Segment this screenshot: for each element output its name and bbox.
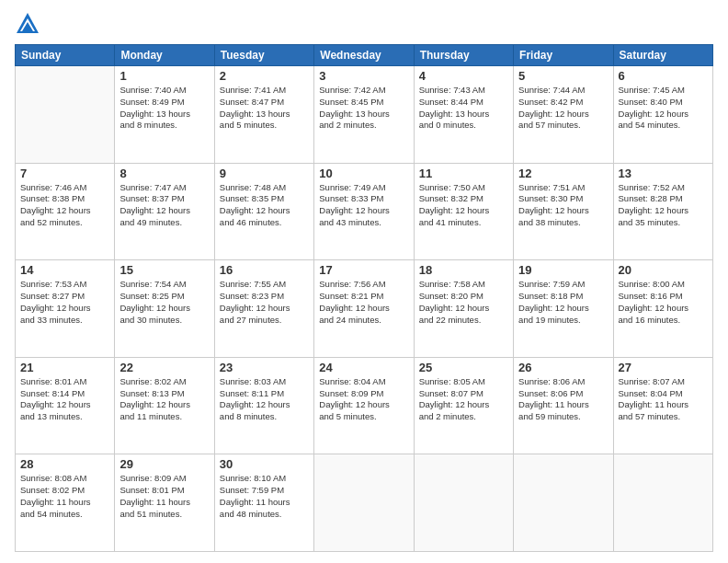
- day-info: Sunrise: 7:58 AM Sunset: 8:20 PM Dayligh…: [419, 279, 508, 326]
- day-info: Sunrise: 8:08 AM Sunset: 8:02 PM Dayligh…: [20, 473, 109, 520]
- calendar-cell: 5Sunrise: 7:44 AM Sunset: 8:42 PM Daylig…: [514, 66, 613, 164]
- day-number: 30: [220, 457, 309, 471]
- calendar-cell: 17Sunrise: 7:56 AM Sunset: 8:21 PM Dayli…: [314, 260, 414, 358]
- day-number: 10: [319, 167, 408, 180]
- calendar-cell: [613, 454, 712, 552]
- day-info: Sunrise: 8:09 AM Sunset: 8:01 PM Dayligh…: [119, 473, 209, 520]
- calendar-cell: 30Sunrise: 8:10 AM Sunset: 7:59 PM Dayli…: [214, 454, 313, 552]
- calendar-cell: 4Sunrise: 7:43 AM Sunset: 8:44 PM Daylig…: [414, 66, 513, 164]
- calendar-cell: [514, 454, 613, 552]
- day-info: Sunrise: 8:05 AM Sunset: 8:07 PM Dayligh…: [419, 376, 508, 423]
- calendar-cell: 21Sunrise: 8:01 AM Sunset: 8:14 PM Dayli…: [16, 357, 115, 454]
- calendar-cell: 22Sunrise: 8:02 AM Sunset: 8:13 PM Dayli…: [115, 357, 214, 454]
- weekday-header-row: SundayMondayTuesdayWednesdayThursdayFrid…: [16, 45, 713, 66]
- calendar-cell: 19Sunrise: 7:59 AM Sunset: 8:18 PM Dayli…: [514, 260, 613, 358]
- day-number: 6: [619, 69, 708, 83]
- day-info: Sunrise: 7:41 AM Sunset: 8:47 PM Dayligh…: [220, 85, 309, 132]
- calendar-cell: 8Sunrise: 7:47 AM Sunset: 8:37 PM Daylig…: [115, 163, 214, 260]
- calendar-cell: 25Sunrise: 8:05 AM Sunset: 8:07 PM Dayli…: [414, 357, 513, 454]
- day-number: 28: [20, 457, 109, 471]
- calendar-week-1: 1Sunrise: 7:40 AM Sunset: 8:49 PM Daylig…: [16, 66, 713, 164]
- day-number: 24: [319, 361, 408, 374]
- day-info: Sunrise: 7:49 AM Sunset: 8:33 PM Dayligh…: [319, 182, 408, 229]
- calendar-cell: 27Sunrise: 8:07 AM Sunset: 8:04 PM Dayli…: [613, 357, 712, 454]
- calendar-cell: 26Sunrise: 8:06 AM Sunset: 8:06 PM Dayli…: [514, 357, 613, 454]
- day-number: 8: [119, 167, 209, 180]
- logo: [15, 11, 46, 37]
- day-number: 15: [119, 263, 209, 277]
- day-number: 23: [220, 361, 309, 374]
- day-info: Sunrise: 7:54 AM Sunset: 8:25 PM Dayligh…: [119, 279, 209, 326]
- day-number: 27: [619, 361, 708, 374]
- day-number: 22: [119, 361, 209, 374]
- day-info: Sunrise: 8:01 AM Sunset: 8:14 PM Dayligh…: [20, 376, 109, 423]
- weekday-header-friday: Friday: [514, 45, 613, 66]
- day-info: Sunrise: 8:02 AM Sunset: 8:13 PM Dayligh…: [119, 376, 209, 423]
- day-number: 3: [319, 69, 408, 83]
- day-info: Sunrise: 7:42 AM Sunset: 8:45 PM Dayligh…: [319, 85, 408, 132]
- page: SundayMondayTuesdayWednesdayThursdayFrid…: [0, 0, 728, 563]
- calendar-week-2: 7Sunrise: 7:46 AM Sunset: 8:38 PM Daylig…: [16, 163, 713, 260]
- day-number: 19: [518, 263, 608, 277]
- day-info: Sunrise: 7:52 AM Sunset: 8:28 PM Dayligh…: [619, 182, 708, 229]
- calendar-cell: 6Sunrise: 7:45 AM Sunset: 8:40 PM Daylig…: [613, 66, 712, 164]
- day-number: 4: [419, 69, 508, 83]
- calendar-cell: [414, 454, 513, 552]
- day-info: Sunrise: 8:06 AM Sunset: 8:06 PM Dayligh…: [518, 376, 608, 423]
- calendar-cell: 13Sunrise: 7:52 AM Sunset: 8:28 PM Dayli…: [613, 163, 712, 260]
- day-info: Sunrise: 7:50 AM Sunset: 8:32 PM Dayligh…: [419, 182, 508, 229]
- header: [15, 11, 713, 37]
- calendar-cell: 11Sunrise: 7:50 AM Sunset: 8:32 PM Dayli…: [414, 163, 513, 260]
- day-number: 21: [20, 361, 109, 374]
- calendar-cell: 16Sunrise: 7:55 AM Sunset: 8:23 PM Dayli…: [214, 260, 313, 358]
- calendar-cell: 20Sunrise: 8:00 AM Sunset: 8:16 PM Dayli…: [613, 260, 712, 358]
- weekday-header-saturday: Saturday: [613, 45, 712, 66]
- day-number: 11: [419, 167, 508, 180]
- calendar-cell: 7Sunrise: 7:46 AM Sunset: 8:38 PM Daylig…: [16, 163, 115, 260]
- calendar-cell: 1Sunrise: 7:40 AM Sunset: 8:49 PM Daylig…: [115, 66, 214, 164]
- day-info: Sunrise: 8:10 AM Sunset: 7:59 PM Dayligh…: [220, 473, 309, 520]
- day-info: Sunrise: 7:51 AM Sunset: 8:30 PM Dayligh…: [518, 182, 608, 229]
- day-info: Sunrise: 7:55 AM Sunset: 8:23 PM Dayligh…: [220, 279, 309, 326]
- day-info: Sunrise: 8:03 AM Sunset: 8:11 PM Dayligh…: [220, 376, 309, 423]
- calendar-cell: 15Sunrise: 7:54 AM Sunset: 8:25 PM Dayli…: [115, 260, 214, 358]
- day-number: 1: [119, 69, 209, 83]
- day-number: 17: [319, 263, 408, 277]
- day-number: 16: [220, 263, 309, 277]
- weekday-header-wednesday: Wednesday: [314, 45, 414, 66]
- calendar-week-3: 14Sunrise: 7:53 AM Sunset: 8:27 PM Dayli…: [16, 260, 713, 358]
- calendar-cell: 24Sunrise: 8:04 AM Sunset: 8:09 PM Dayli…: [314, 357, 414, 454]
- calendar-cell: [314, 454, 414, 552]
- day-number: 14: [20, 263, 109, 277]
- calendar-cell: [16, 66, 115, 164]
- day-number: 9: [220, 167, 309, 180]
- calendar-week-5: 28Sunrise: 8:08 AM Sunset: 8:02 PM Dayli…: [16, 454, 713, 552]
- calendar-cell: 10Sunrise: 7:49 AM Sunset: 8:33 PM Dayli…: [314, 163, 414, 260]
- calendar-cell: 9Sunrise: 7:48 AM Sunset: 8:35 PM Daylig…: [214, 163, 313, 260]
- calendar-cell: 3Sunrise: 7:42 AM Sunset: 8:45 PM Daylig…: [314, 66, 414, 164]
- day-number: 2: [220, 69, 309, 83]
- logo-icon: [15, 11, 40, 37]
- day-info: Sunrise: 7:59 AM Sunset: 8:18 PM Dayligh…: [518, 279, 608, 326]
- day-info: Sunrise: 8:04 AM Sunset: 8:09 PM Dayligh…: [319, 376, 408, 423]
- day-number: 20: [619, 263, 708, 277]
- calendar-cell: 2Sunrise: 7:41 AM Sunset: 8:47 PM Daylig…: [214, 66, 313, 164]
- day-info: Sunrise: 7:47 AM Sunset: 8:37 PM Dayligh…: [119, 182, 209, 229]
- day-info: Sunrise: 7:56 AM Sunset: 8:21 PM Dayligh…: [319, 279, 408, 326]
- day-number: 26: [518, 361, 608, 374]
- weekday-header-tuesday: Tuesday: [214, 45, 313, 66]
- day-number: 13: [619, 167, 708, 180]
- calendar-week-4: 21Sunrise: 8:01 AM Sunset: 8:14 PM Dayli…: [16, 357, 713, 454]
- day-number: 25: [419, 361, 508, 374]
- day-info: Sunrise: 7:45 AM Sunset: 8:40 PM Dayligh…: [619, 85, 708, 132]
- day-info: Sunrise: 7:48 AM Sunset: 8:35 PM Dayligh…: [220, 182, 309, 229]
- day-info: Sunrise: 7:40 AM Sunset: 8:49 PM Dayligh…: [119, 85, 209, 132]
- day-info: Sunrise: 7:46 AM Sunset: 8:38 PM Dayligh…: [20, 182, 109, 229]
- calendar-cell: 29Sunrise: 8:09 AM Sunset: 8:01 PM Dayli…: [115, 454, 214, 552]
- day-number: 7: [20, 167, 109, 180]
- calendar-cell: 12Sunrise: 7:51 AM Sunset: 8:30 PM Dayli…: [514, 163, 613, 260]
- day-number: 18: [419, 263, 508, 277]
- weekday-header-monday: Monday: [115, 45, 214, 66]
- calendar-cell: 28Sunrise: 8:08 AM Sunset: 8:02 PM Dayli…: [16, 454, 115, 552]
- day-number: 5: [518, 69, 608, 83]
